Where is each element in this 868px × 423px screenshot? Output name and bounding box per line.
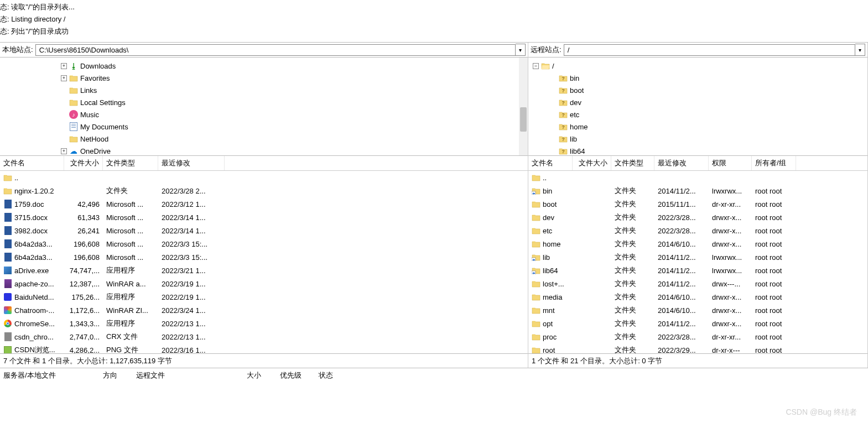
svg-text:?: ? <box>562 149 565 154</box>
file-row[interactable]: dev文件夹2022/3/28...drwxr-x...root root <box>528 211 867 224</box>
col-owner[interactable]: 所有者/组 <box>752 156 796 170</box>
file-name: lost+... <box>543 280 564 288</box>
file-row[interactable]: lib文件夹2014/11/2...lrwxrwx...root root <box>528 250 867 264</box>
local-list-header[interactable]: 文件名文件大小文件类型最近修改 <box>0 156 528 171</box>
tree-item[interactable]: ?lib <box>528 133 867 145</box>
tree-item[interactable]: ?lib64 <box>528 145 867 156</box>
file-row[interactable]: nginx-1.20.2文件夹2022/3/28 2... <box>0 184 528 197</box>
file-row[interactable]: 6b4a2da3...196,608Microsoft ...2022/3/3 … <box>0 250 528 264</box>
tree-item-label: boot <box>570 86 584 95</box>
tree-item[interactable]: ?bin <box>528 72 867 84</box>
tree-item[interactable]: ♪Music <box>0 108 528 121</box>
tree-item[interactable]: ?boot <box>528 84 867 96</box>
col-name[interactable]: 文件名 <box>528 156 573 170</box>
queue-col[interactable]: 服务器/本地文件 <box>0 368 100 383</box>
tree-item[interactable]: ?dev <box>528 96 867 108</box>
remote-tree[interactable]: −/?bin?boot?dev?etc?home?lib?lib64 <box>528 58 867 156</box>
file-modified: 2022/2/13 1... <box>158 333 225 341</box>
tree-expander[interactable]: + <box>61 148 67 154</box>
tree-item[interactable]: +Favorites <box>0 72 528 84</box>
remote-path-label: 远程站点: <box>531 45 562 55</box>
queue-col[interactable]: 远程文件 <box>133 368 243 383</box>
file-name: Chatroom-... <box>14 306 54 315</box>
file-row[interactable]: .. <box>0 171 528 184</box>
file-row[interactable]: apache-zo...12,387,...WinRAR a...2022/3/… <box>0 277 528 290</box>
tree-item-label: Music <box>80 111 99 119</box>
file-name: 6b4a2da3... <box>14 240 53 248</box>
col-perm[interactable]: 权限 <box>709 156 752 170</box>
queue-col[interactable]: 大小 <box>243 368 277 383</box>
file-row[interactable]: bin文件夹2014/11/2...lrwxrwx...root root <box>528 184 867 197</box>
local-list-body[interactable]: ..nginx-1.20.2文件夹2022/3/28 2...1759.doc4… <box>0 171 528 353</box>
col-name[interactable]: 文件名 <box>0 156 64 170</box>
file-row[interactable]: BaiduNetd...175,26...应用程序2022/2/19 1... <box>0 290 528 304</box>
file-row[interactable]: 6b4a2da3...196,608Microsoft ...2022/3/3 … <box>0 237 528 250</box>
queue-col[interactable]: 优先级 <box>277 368 315 383</box>
file-row[interactable]: media文件夹2014/6/10...drwxr-x...root root <box>528 290 867 304</box>
tree-item-label: My Documents <box>80 123 128 131</box>
file-name: 3982.docx <box>14 227 48 235</box>
col-modified[interactable]: 最近修改 <box>158 156 225 170</box>
folder-icon <box>532 213 540 222</box>
file-type: 文件夹 <box>103 186 158 196</box>
file-perm: dr-xr-xr... <box>709 333 752 341</box>
word-icon <box>4 226 12 235</box>
file-type: Microsoft ... <box>103 200 158 208</box>
file-row[interactable]: lib64文件夹2014/11/2...lrwxrwx...root root <box>528 264 867 277</box>
tree-item[interactable]: ?home <box>528 121 867 133</box>
tree-item[interactable]: ?etc <box>528 108 867 121</box>
tree-expander[interactable]: + <box>61 75 67 81</box>
tree-item[interactable]: +☁OneDrive <box>0 145 528 156</box>
file-row[interactable]: aDrive.exe74,747,...应用程序2022/3/21 1... <box>0 264 528 277</box>
file-name: 3715.docx <box>14 213 48 222</box>
tree-item[interactable]: Local Settings <box>0 96 528 108</box>
local-path-input[interactable] <box>35 44 516 56</box>
col-size[interactable]: 文件大小 <box>64 156 103 170</box>
file-owner: root root <box>752 280 796 288</box>
file-row[interactable]: lost+...文件夹2014/11/2...drwx---...root ro… <box>528 277 867 290</box>
file-modified: 2022/2/19 1... <box>158 293 225 301</box>
remote-list-header[interactable]: 文件名文件大小文件类型最近修改权限所有者/组 <box>528 156 867 171</box>
tree-item[interactable]: +⭳Downloads <box>0 60 528 72</box>
file-row[interactable]: .. <box>528 171 867 184</box>
tree-item[interactable]: Links <box>0 84 528 96</box>
file-row[interactable]: csdn_chro...2,747,0...CRX 文件2022/2/13 1.… <box>0 330 528 343</box>
col-type[interactable]: 文件类型 <box>103 156 158 170</box>
local-path-dropdown[interactable]: ▾ <box>516 44 526 56</box>
tree-item[interactable]: NetHood <box>0 133 528 145</box>
tree-item-label: NetHood <box>80 135 108 143</box>
file-type: 应用程序 <box>103 292 158 302</box>
file-row[interactable]: etc文件夹2022/3/28...drwxr-x...root root <box>528 224 867 237</box>
tree-expander[interactable]: − <box>533 63 539 69</box>
scrollbar[interactable] <box>519 58 528 155</box>
file-row[interactable]: CSDN浏览...4,286,2...PNG 文件2022/3/16 1... <box>0 343 528 353</box>
log-line: 态: 读取"/"的目录列表... <box>0 1 868 13</box>
file-row[interactable]: root文件夹2022/3/29...dr-xr-x---root root <box>528 343 867 353</box>
tree-expander[interactable]: + <box>61 63 67 69</box>
file-size: 2,747,0... <box>64 333 103 341</box>
file-row[interactable]: mnt文件夹2014/6/10...drwxr-x...root root <box>528 304 867 317</box>
col-modified[interactable]: 最近修改 <box>654 156 709 170</box>
remote-list-body[interactable]: ..bin文件夹2014/11/2...lrwxrwx...root rootb… <box>528 171 867 353</box>
queue-col[interactable]: 方向 <box>100 368 133 383</box>
file-row[interactable]: opt文件夹2014/11/2...drwxr-x...root root <box>528 317 867 330</box>
file-type: 文件夹 <box>611 332 654 342</box>
file-row[interactable]: home文件夹2014/6/10...drwxr-x...root root <box>528 237 867 250</box>
queue-header[interactable]: 服务器/本地文件方向远程文件大小优先级状态 <box>0 368 868 383</box>
tree-item[interactable]: My Documents <box>0 121 528 133</box>
remote-path-input[interactable] <box>564 44 855 56</box>
remote-path-dropdown[interactable]: ▾ <box>855 44 865 56</box>
col-type[interactable]: 文件类型 <box>611 156 654 170</box>
col-size[interactable]: 文件大小 <box>573 156 611 170</box>
local-tree[interactable]: +⭳Downloads+FavoritesLinksLocal Settings… <box>0 58 528 156</box>
file-row[interactable]: 3982.docx26,241Microsoft ...2022/3/14 1.… <box>0 224 528 237</box>
file-row[interactable]: boot文件夹2015/11/1...dr-xr-xr...root root <box>528 197 867 211</box>
tree-item-root[interactable]: −/ <box>528 60 867 72</box>
file-modified: 2022/3/29... <box>654 346 709 354</box>
file-row[interactable]: ChromeSe...1,343,3...应用程序2022/2/13 1... <box>0 317 528 330</box>
file-row[interactable]: 1759.doc42,496Microsoft ...2022/3/12 1..… <box>0 197 528 211</box>
file-row[interactable]: 3715.docx61,343Microsoft ...2022/3/14 1.… <box>0 211 528 224</box>
file-row[interactable]: Chatroom-...1,172,6...WinRAR ZI...2022/3… <box>0 304 528 317</box>
queue-col[interactable]: 状态 <box>315 368 371 383</box>
file-row[interactable]: proc文件夹2022/3/28...dr-xr-xr...root root <box>528 330 867 343</box>
